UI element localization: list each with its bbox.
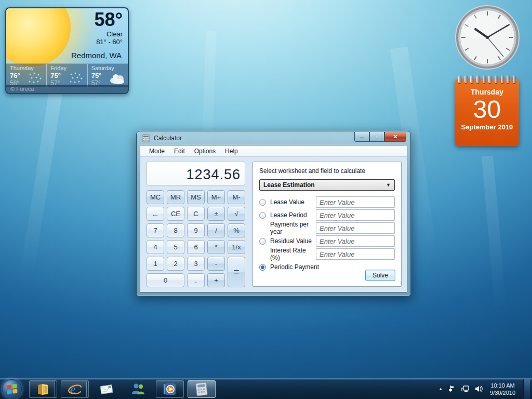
key-clear[interactable]: C [187, 207, 205, 221]
worksheet-selected-value: Lease Estimation [263, 181, 386, 189]
weather-gadget[interactable]: 58° Clear 81° - 60° Redmond, WA Thursday… [5, 7, 129, 94]
tray-date: 9/30/2010 [490, 389, 515, 396]
field-row-residual-value: Residual Value [259, 235, 395, 247]
radio-periodic-payment[interactable] [259, 264, 266, 271]
radio-lease-period[interactable] [259, 212, 266, 219]
messenger-people-icon [130, 381, 146, 397]
key-2[interactable]: 2 [167, 257, 184, 271]
worksheet-selector[interactable]: Lease Estimation ▼ [259, 179, 395, 191]
key-5[interactable]: 5 [167, 240, 184, 254]
temp-range: 81° - 60° [95, 38, 123, 46]
key-3[interactable]: 3 [187, 257, 205, 271]
key-backspace[interactable]: ← [147, 207, 164, 221]
worksheet-panel: Select worksheet and field to calculate … [252, 162, 402, 287]
key-memory-subtract[interactable]: M- [228, 190, 245, 204]
key-decimal[interactable]: . [187, 273, 205, 287]
key-clear-entry[interactable]: CE [167, 207, 184, 221]
taskbar-calculator[interactable] [188, 380, 216, 398]
forecast-day[interactable]: Friday 75° 57° [46, 64, 87, 87]
key-add[interactable]: + [207, 273, 225, 287]
key-9[interactable]: 9 [187, 223, 205, 237]
media-player-icon [162, 381, 178, 397]
field-label: Interest Rate (%) [270, 247, 316, 261]
internet-explorer-icon: e [67, 381, 83, 397]
key-1[interactable]: 1 [147, 257, 164, 271]
calculator-window: Calculator ─ ▫ ✕ Mode Edit Options Help … [136, 131, 411, 296]
menu-mode[interactable]: Mode [144, 145, 169, 157]
calendar-day-number: 30 [455, 96, 519, 123]
key-subtract[interactable]: - [207, 257, 225, 271]
forecast-day-name: Friday [50, 65, 87, 72]
taskbar-windows-explorer[interactable] [29, 380, 57, 398]
taskbar-messenger[interactable] [124, 380, 152, 398]
forecast-strip: Thursday 76° 58° Friday 75° 57° [6, 63, 128, 87]
taskbar-windows-media-player[interactable] [156, 380, 184, 398]
weather-current: 58° Clear 81° - 60° [95, 9, 123, 46]
current-temp: 58° [95, 9, 123, 30]
radio-lease-value[interactable] [259, 199, 266, 206]
forecast-day[interactable]: Thursday 76° 58° [6, 64, 46, 87]
input-lease-period[interactable] [316, 209, 395, 221]
taskbar-apps: e [29, 380, 216, 398]
menu-options[interactable]: Options [190, 145, 220, 157]
field-row-interest-rate: Interest Rate (%) [259, 248, 395, 260]
key-sqrt[interactable]: √ [228, 207, 245, 221]
taskbar-clock[interactable]: 10:10 AM 9/30/2010 [490, 382, 515, 396]
taskbar: e [0, 378, 532, 399]
menu-help[interactable]: Help [220, 145, 243, 157]
radio-residual-value[interactable] [259, 238, 266, 245]
taskbar-mail[interactable] [92, 380, 121, 398]
calculator-pad: 1234.56 MC MR MS M+ M- ← CE C ± √ 7 8 [147, 162, 245, 287]
chevron-down-icon: ▼ [386, 182, 391, 188]
key-memory-clear[interactable]: MC [147, 190, 164, 204]
key-6[interactable]: 6 [187, 240, 205, 254]
maximize-button[interactable]: ▫ [369, 132, 384, 142]
input-lease-value[interactable] [316, 196, 395, 208]
key-multiply[interactable]: * [207, 240, 225, 254]
input-interest-rate[interactable] [316, 248, 395, 260]
network-icon[interactable] [461, 384, 470, 393]
show-hidden-icons-button[interactable]: ▲ [438, 387, 443, 391]
key-percent[interactable]: % [228, 223, 245, 237]
taskbar-internet-explorer[interactable]: e [61, 380, 89, 398]
show-desktop-button[interactable] [523, 379, 530, 399]
calculator-keys: MC MR MS M+ M- ← CE C ± √ 7 8 9 / [147, 190, 245, 287]
volume-icon[interactable] [474, 384, 483, 393]
key-8[interactable]: 8 [167, 223, 184, 237]
action-center-flag-icon[interactable] [447, 384, 456, 393]
key-negate[interactable]: ± [207, 207, 225, 221]
clock-gadget[interactable] [454, 4, 521, 71]
calendar-gadget[interactable]: Thursday 30 September 2010 [455, 79, 519, 146]
title-bar[interactable]: Calculator ─ ▫ ✕ [137, 131, 410, 145]
solve-button[interactable]: Solve [365, 270, 395, 281]
calculator-icon [142, 134, 150, 142]
calculator-display: 1234.56 [147, 162, 245, 185]
forecast-day[interactable]: Saturday 75° 57° [87, 64, 128, 87]
current-condition: Clear [95, 30, 123, 38]
menu-bar: Mode Edit Options Help [140, 145, 407, 157]
worksheet-prompt: Select worksheet and field to calculate [259, 167, 395, 175]
key-7[interactable]: 7 [147, 223, 164, 237]
forecast-day-name: Saturday [91, 65, 128, 72]
forecast-day-name: Thursday [10, 65, 46, 72]
calendar-weekday: Thursday [455, 88, 519, 96]
key-4[interactable]: 4 [147, 240, 164, 254]
key-reciprocal[interactable]: 1/x [228, 240, 245, 254]
input-residual-value[interactable] [316, 235, 395, 247]
weather-location: Redmond, WA [71, 51, 122, 60]
calculator-client-area: Mode Edit Options Help 1234.56 MC MR MS … [140, 145, 407, 292]
key-divide[interactable]: / [207, 223, 225, 237]
key-0[interactable]: 0 [147, 273, 184, 287]
start-button[interactable] [0, 379, 24, 399]
system-tray: ▲ 10:10 AM 9/30/2010 [438, 379, 532, 399]
key-equals[interactable]: = [228, 257, 245, 287]
input-payments-per-year[interactable] [316, 222, 395, 234]
key-memory-recall[interactable]: MR [167, 190, 184, 204]
key-memory-add[interactable]: M+ [207, 190, 225, 204]
tray-time: 10:10 AM [490, 382, 515, 389]
field-label: Residual Value [270, 237, 316, 245]
menu-edit[interactable]: Edit [169, 145, 190, 157]
key-memory-store[interactable]: MS [187, 190, 205, 204]
minimize-button[interactable]: ─ [354, 132, 369, 142]
close-button[interactable]: ✕ [384, 132, 406, 142]
